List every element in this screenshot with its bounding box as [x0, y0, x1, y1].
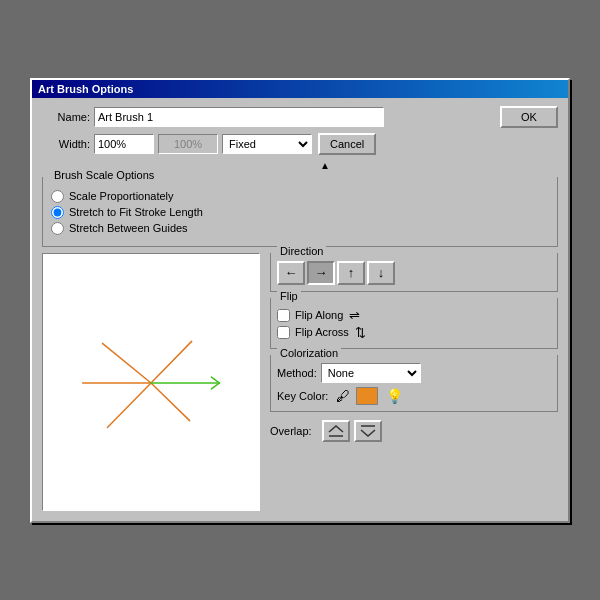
stretch-guides-radio[interactable]: [51, 222, 64, 235]
overlap-row: Overlap:: [270, 420, 558, 442]
key-color-swatch[interactable]: [356, 387, 378, 405]
dir-up-button[interactable]: ↑: [337, 261, 365, 285]
dialog-title: Art Brush Options: [38, 83, 133, 95]
name-input[interactable]: [94, 107, 384, 127]
stretch-fit-label[interactable]: Stretch to Fit Stroke Length: [69, 206, 203, 218]
flip-along-icon: ⇌: [349, 308, 360, 323]
brush-scale-legend: Brush Scale Options: [51, 169, 157, 181]
width-input[interactable]: [94, 134, 154, 154]
method-label: Method:: [277, 367, 317, 379]
direction-legend: Direction: [277, 245, 326, 257]
ok-button[interactable]: OK: [500, 106, 558, 128]
direction-buttons: ← → ↑ ↓: [277, 261, 551, 285]
svg-line-3: [151, 341, 192, 383]
width-label: Width:: [42, 138, 90, 150]
width-type-select[interactable]: Fixed Pressure Stylus Wheel Tilt Bearing…: [222, 134, 312, 154]
flip-across-label[interactable]: Flip Across: [295, 326, 349, 338]
light-bulb-icon: 💡: [386, 388, 403, 404]
dir-right-button[interactable]: →: [307, 261, 335, 285]
stretch-guides-label[interactable]: Stretch Between Guides: [69, 222, 188, 234]
flip-along-checkbox[interactable]: [277, 309, 290, 322]
flip-legend: Flip: [277, 290, 301, 302]
colorization-group: Colorization Method: None Tints Tints an…: [270, 355, 558, 412]
key-color-label: Key Color:: [277, 390, 328, 402]
svg-line-4: [151, 382, 190, 420]
eyedropper-icon[interactable]: 🖋: [336, 388, 350, 404]
name-label: Name:: [42, 111, 90, 123]
preview-box: [42, 253, 260, 511]
brush-scale-group: Brush Scale Options Scale Proportionatel…: [42, 177, 558, 247]
svg-line-2: [107, 382, 151, 427]
arrow-indicator: ▲: [320, 160, 330, 171]
direction-group: Direction ← → ↑ ↓: [270, 253, 558, 292]
flip-across-checkbox[interactable]: [277, 326, 290, 339]
flip-along-label[interactable]: Flip Along: [295, 309, 343, 321]
scale-proportionately-label[interactable]: Scale Proportionately: [69, 190, 174, 202]
method-select[interactable]: None Tints Tints and Shades Hue Shift: [321, 363, 421, 383]
dir-left-button[interactable]: ←: [277, 261, 305, 285]
cancel-button[interactable]: Cancel: [318, 133, 376, 155]
art-brush-options-dialog: Art Brush Options Name: OK Width: 100% F…: [30, 78, 570, 523]
scale-proportionately-row: Scale Proportionately: [51, 190, 549, 203]
overlap-btn-2[interactable]: [354, 420, 382, 442]
flip-group: Flip Flip Along ⇌ Flip Across ⇅: [270, 298, 558, 349]
colorization-legend: Colorization: [277, 347, 341, 359]
title-bar: Art Brush Options: [32, 80, 568, 98]
preview-svg: [43, 254, 259, 510]
flip-across-icon: ⇅: [355, 325, 366, 340]
svg-line-1: [102, 343, 151, 383]
scale-proportionately-radio[interactable]: [51, 190, 64, 203]
stretch-fit-radio[interactable]: [51, 206, 64, 219]
overlap-btn-1[interactable]: [322, 420, 350, 442]
overlap-label: Overlap:: [270, 425, 312, 437]
stretch-guides-row: Stretch Between Guides: [51, 222, 549, 235]
dir-down-button[interactable]: ↓: [367, 261, 395, 285]
width-readonly: 100%: [158, 134, 218, 154]
stretch-fit-row: Stretch to Fit Stroke Length: [51, 206, 549, 219]
